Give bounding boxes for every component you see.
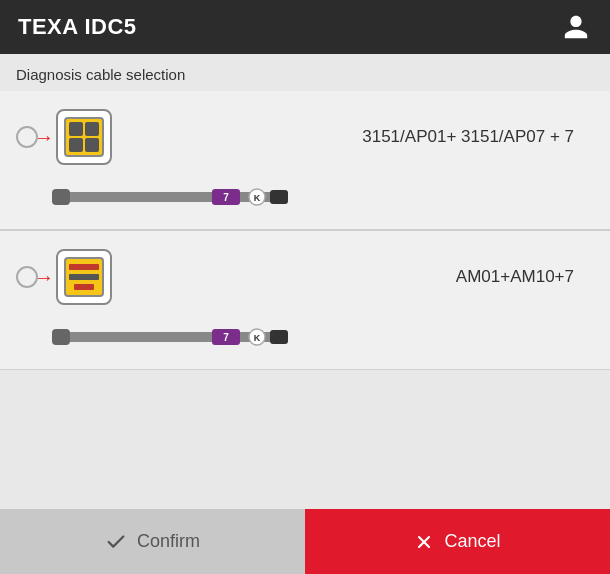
pin-3 [69,138,83,152]
svg-rect-1 [52,189,70,205]
connector-icon-1: → [52,105,116,169]
connector-box-2 [56,249,112,305]
red-arrow-2: → [34,266,54,289]
connector-inner-1 [64,117,104,157]
svg-text:7: 7 [223,332,229,343]
app-title: TEXA IDC5 [18,14,137,40]
cable-label-2: AM01+AM10+7 [456,267,594,287]
svg-rect-8 [52,329,70,345]
connector-icon-2: → [52,245,116,309]
cable-visual-1: 7 K [52,179,594,219]
svg-text:7: 7 [223,192,229,203]
checkmark-icon [105,531,127,553]
cancel-label: Cancel [444,531,500,552]
svg-rect-6 [270,190,288,204]
pin-4 [85,138,99,152]
connector-inner-2 [64,257,104,297]
x-icon [414,532,434,552]
footer: Confirm Cancel [0,509,610,574]
svg-rect-13 [270,330,288,344]
svg-text:K: K [254,333,261,343]
cable-row-2: → AM01+AM10+7 [16,245,594,309]
page-subtitle: Diagnosis cable selection [0,54,610,91]
pin-row-1 [69,264,99,270]
pin-2 [85,122,99,136]
red-arrow-1: → [34,126,54,149]
connector-box-1 [56,109,112,165]
pin-row-3 [74,284,94,290]
cable-visual-2: 7 K [52,319,594,359]
cable-row-1: → 3151/AP01+ 3151/AP07 + 7 [16,105,594,169]
user-icon[interactable] [560,11,592,43]
svg-text:K: K [254,193,261,203]
app-header: TEXA IDC5 [0,0,610,54]
pin-row-2 [69,274,99,280]
pin-1 [69,122,83,136]
confirm-button[interactable]: Confirm [0,509,305,574]
cable-label-1: 3151/AP01+ 3151/AP07 + 7 [362,127,594,147]
confirm-label: Confirm [137,531,200,552]
cable-item-2: → AM01+AM10+7 7 K [0,230,610,370]
cancel-button[interactable]: Cancel [305,509,610,574]
cable-item-1: → 3151/AP01+ 3151/AP07 + 7 7 [0,91,610,230]
